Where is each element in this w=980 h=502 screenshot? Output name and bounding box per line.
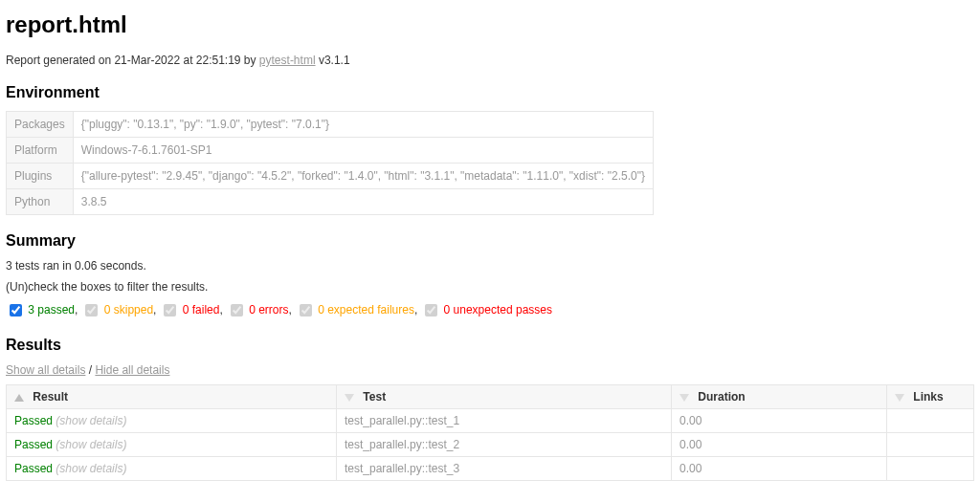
filter-checkbox-xpassed: [425, 304, 437, 316]
sort-none-icon: [679, 394, 689, 402]
table-row: Passed (show details)test_parallel.py::t…: [7, 457, 974, 481]
result-status: Passed: [14, 462, 53, 475]
filter-label-xpassed: 0 unexpected passes: [440, 303, 552, 316]
filter-separator: ,: [289, 303, 292, 316]
summary-filters: 3 passed, 0 skipped, 0 failed, 0 errors,…: [6, 301, 974, 319]
filter-separator: ,: [414, 303, 417, 316]
filter-checkbox-xfailed: [300, 304, 312, 316]
links-cell: [887, 433, 974, 457]
filter-separator: ,: [219, 303, 222, 316]
sort-none-icon: [895, 394, 904, 402]
filter-skipped: 0 skipped,: [81, 301, 156, 319]
result-cell: Passed (show details): [7, 433, 337, 457]
summary-ran: 3 tests ran in 0.06 seconds.: [6, 259, 974, 273]
filter-xpassed: 0 unexpected passes: [421, 301, 552, 319]
result-cell: Passed (show details): [7, 457, 337, 481]
generated-version: v3.1.1: [316, 54, 350, 67]
duration-cell: 0.00: [672, 433, 887, 457]
test-cell: test_parallel.py::test_1: [337, 409, 672, 433]
show-details-link[interactable]: (show details): [53, 462, 126, 475]
result-cell: Passed (show details): [7, 409, 337, 433]
sort-asc-icon: [14, 394, 24, 402]
col-label-links: Links: [913, 390, 943, 404]
summary-heading: Summary: [6, 232, 974, 250]
results-heading: Results: [6, 337, 974, 354]
duration-cell: 0.00: [672, 409, 887, 433]
generated-prefix: Report generated on: [6, 54, 114, 67]
results-col-links[interactable]: Links: [887, 385, 974, 409]
table-row: Passed (show details)test_parallel.py::t…: [7, 409, 974, 433]
filter-label-passed: 3 passed: [25, 303, 75, 316]
env-row: Plugins{"allure-pytest": "2.9.45", "djan…: [7, 164, 654, 189]
links-cell: [887, 409, 974, 433]
col-label-test: Test: [363, 390, 386, 404]
test-cell: test_parallel.py::test_3: [337, 457, 672, 481]
env-value: {"pluggy": "0.13.1", "py": "1.9.0", "pyt…: [73, 112, 653, 138]
environment-heading: Environment: [6, 84, 974, 101]
detail-links-sep: /: [85, 363, 95, 377]
filter-failed: 0 failed,: [160, 301, 222, 319]
env-key: Plugins: [7, 164, 74, 189]
env-row: Python3.8.5: [7, 189, 654, 215]
generated-by: by: [241, 54, 259, 67]
show-details-link[interactable]: (show details): [53, 438, 126, 451]
env-value: 3.8.5: [73, 189, 653, 215]
filter-error: 0 errors,: [227, 301, 292, 319]
duration-cell: 0.00: [672, 457, 887, 481]
filter-label-error: 0 errors: [246, 303, 289, 316]
env-key: Platform: [7, 138, 74, 164]
results-table: Result Test Duration Links Passed (show …: [6, 384, 974, 481]
pytest-html-link[interactable]: pytest-html: [259, 54, 316, 67]
filter-checkbox-failed: [164, 304, 176, 316]
table-row: Passed (show details)test_parallel.py::t…: [7, 433, 974, 457]
generated-datetime: 21-Mar-2022 at 22:51:19: [114, 54, 240, 67]
show-details-link[interactable]: (show details): [53, 414, 126, 427]
result-status: Passed: [14, 414, 53, 427]
env-value: {"allure-pytest": "2.9.45", "django": "4…: [73, 164, 653, 189]
filter-label-failed: 0 failed: [179, 303, 219, 316]
results-detail-links: Show all details / Hide all details: [6, 363, 974, 377]
test-cell: test_parallel.py::test_2: [337, 433, 672, 457]
env-key: Packages: [7, 112, 74, 138]
sort-none-icon: [345, 394, 354, 402]
show-all-details-link[interactable]: Show all details: [6, 363, 85, 377]
filter-label-skipped: 0 skipped: [100, 303, 153, 316]
filter-checkbox-passed[interactable]: [10, 304, 22, 316]
page-title: report.html: [6, 11, 974, 38]
filter-separator: ,: [153, 303, 156, 316]
filter-label-xfailed: 0 expected failures: [315, 303, 414, 316]
summary-filter-hint: (Un)check the boxes to filter the result…: [6, 280, 974, 294]
env-row: Packages{"pluggy": "0.13.1", "py": "1.9.…: [7, 112, 654, 138]
hide-all-details-link[interactable]: Hide all details: [95, 363, 169, 377]
results-col-result[interactable]: Result: [7, 385, 337, 409]
filter-xfailed: 0 expected failures,: [296, 301, 417, 319]
filter-separator: ,: [75, 303, 78, 316]
filter-passed: 3 passed,: [6, 301, 78, 319]
filter-checkbox-skipped: [85, 304, 98, 316]
col-label-result: Result: [33, 390, 68, 404]
filter-checkbox-error: [231, 304, 243, 316]
links-cell: [887, 457, 974, 481]
result-status: Passed: [14, 438, 53, 451]
env-key: Python: [7, 189, 74, 215]
col-label-duration: Duration: [698, 390, 745, 404]
environment-table: Packages{"pluggy": "0.13.1", "py": "1.9.…: [6, 111, 654, 215]
results-col-test[interactable]: Test: [337, 385, 672, 409]
results-col-duration[interactable]: Duration: [672, 385, 887, 409]
env-value: Windows-7-6.1.7601-SP1: [73, 138, 653, 164]
generated-line: Report generated on 21-Mar-2022 at 22:51…: [6, 54, 974, 67]
env-row: PlatformWindows-7-6.1.7601-SP1: [7, 138, 654, 164]
